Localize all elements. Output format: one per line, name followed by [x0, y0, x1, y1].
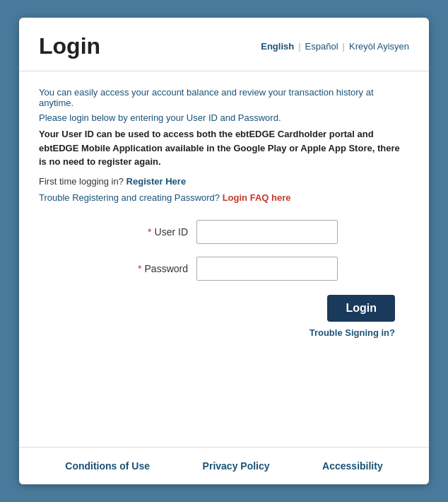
language-selector: English | Español | Kreyòl Ayisyen	[261, 41, 409, 52]
password-row: * Password	[39, 257, 409, 281]
lang-haitian[interactable]: Kreyòl Ayisyen	[349, 41, 409, 52]
login-button[interactable]: Login	[327, 295, 395, 322]
lang-espanol[interactable]: Español	[305, 41, 338, 52]
footer-privacy[interactable]: Privacy Policy	[203, 460, 270, 472]
userid-input[interactable]	[196, 220, 338, 244]
lang-sep-2: |	[343, 41, 345, 52]
trouble-prompt: Trouble Registering and creating Passwor…	[39, 192, 409, 203]
lang-sep-1: |	[298, 41, 300, 52]
register-text: First time logging in?	[39, 176, 124, 187]
register-link[interactable]: Register Here	[126, 176, 187, 187]
login-card: Login English | Español | Kreyòl Ayisyen…	[19, 18, 429, 484]
footer-accessibility[interactable]: Accessibility	[322, 460, 383, 472]
register-prompt: First time logging in? Register Here	[39, 176, 409, 187]
info-line1: You can easily access your account balan…	[39, 87, 409, 108]
form-actions: Login Trouble Signing in?	[39, 295, 409, 338]
password-input[interactable]	[196, 257, 338, 281]
trouble-text: Trouble Registering and creating Passwor…	[39, 192, 220, 203]
userid-label: * User ID	[110, 226, 188, 238]
trouble-link[interactable]: Login FAQ here	[223, 192, 291, 203]
lang-english[interactable]: English	[261, 41, 294, 52]
password-required-star: *	[138, 263, 141, 274]
card-footer: Conditions of Use Privacy Policy Accessi…	[19, 447, 429, 484]
card-body: You can easily access your account balan…	[19, 71, 429, 447]
password-label: * Password	[110, 263, 188, 274]
page-title: Login	[39, 33, 100, 59]
userid-required-star: *	[148, 226, 151, 238]
card-header: Login English | Español | Kreyòl Ayisyen	[19, 18, 429, 71]
info-line2: Please login below by entering your User…	[39, 112, 409, 123]
trouble-signin-link[interactable]: Trouble Signing in?	[310, 327, 395, 338]
userid-row: * User ID	[39, 220, 409, 244]
footer-conditions[interactable]: Conditions of Use	[65, 460, 150, 472]
info-line3: Your User ID can be used to access both …	[39, 127, 409, 169]
